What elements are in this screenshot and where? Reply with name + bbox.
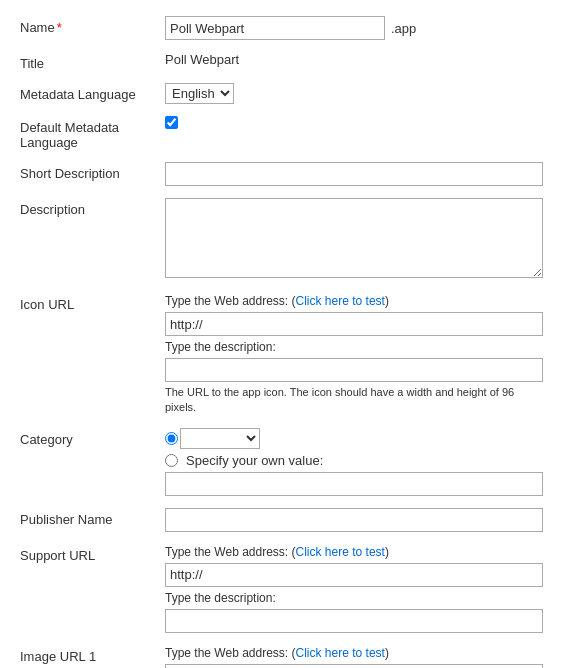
metadata-language-label: Metadata Language [20, 83, 165, 102]
default-metadata-language-label: Default Metadata Language [20, 116, 165, 150]
short-description-label: Short Description [20, 162, 165, 181]
image-url1-type-label: Type the Web address: (Click here to tes… [165, 646, 389, 660]
icon-url-row: Icon URL Type the Web address: (Click he… [20, 293, 543, 416]
description-label: Description [20, 198, 165, 217]
category-select[interactable] [180, 428, 260, 449]
support-url-desc-label: Type the description: [165, 591, 543, 605]
title-label: Title [20, 52, 165, 71]
icon-url-type-label: Type the Web address: (Click here to tes… [165, 294, 389, 308]
icon-url-desc-label: Type the description: [165, 340, 543, 354]
category-radio-select[interactable] [165, 432, 178, 445]
icon-url-desc-input[interactable] [165, 358, 543, 382]
short-description-row: Short Description [20, 162, 543, 186]
category-radio-specify[interactable] [165, 454, 178, 467]
image-url1-label: Image URL 1 [20, 645, 165, 664]
category-row: Category Specify your own value: [20, 428, 543, 496]
icon-url-input[interactable] [165, 312, 543, 336]
name-input[interactable] [165, 16, 385, 40]
support-url-row: Support URL Type the Web address: (Click… [20, 544, 543, 633]
publisher-name-label: Publisher Name [20, 508, 165, 527]
icon-url-test-link[interactable]: Click here to test [296, 294, 385, 308]
support-url-test-link[interactable]: Click here to test [296, 545, 385, 559]
title-value: Poll Webpart [165, 52, 239, 67]
title-row: Title Poll Webpart [20, 52, 543, 71]
default-metadata-language-row: Default Metadata Language [20, 116, 543, 150]
description-textarea[interactable] [165, 198, 543, 278]
icon-url-help-text: The URL to the app icon. The icon should… [165, 385, 543, 416]
image-url1-row: Image URL 1 Type the Web address: (Click… [20, 645, 543, 668]
support-url-label: Support URL [20, 544, 165, 563]
name-label: Name* [20, 16, 165, 35]
specify-input[interactable] [165, 472, 543, 496]
image-url1-test-link[interactable]: Click here to test [296, 646, 385, 660]
support-url-desc-input[interactable] [165, 609, 543, 633]
metadata-language-row: Metadata Language English [20, 83, 543, 104]
short-description-input[interactable] [165, 162, 543, 186]
icon-url-label: Icon URL [20, 293, 165, 312]
description-row: Description [20, 198, 543, 281]
publisher-name-row: Publisher Name [20, 508, 543, 532]
category-label: Category [20, 428, 165, 447]
support-url-type-label: Type the Web address: (Click here to tes… [165, 545, 389, 559]
specify-label: Specify your own value: [186, 453, 323, 468]
name-row: Name* .app [20, 16, 543, 40]
publisher-name-input[interactable] [165, 508, 543, 532]
app-suffix: .app [391, 21, 416, 36]
support-url-input[interactable] [165, 563, 543, 587]
metadata-language-select[interactable]: English [165, 83, 234, 104]
image-url1-input[interactable] [165, 664, 543, 668]
default-metadata-language-checkbox[interactable] [165, 116, 178, 129]
